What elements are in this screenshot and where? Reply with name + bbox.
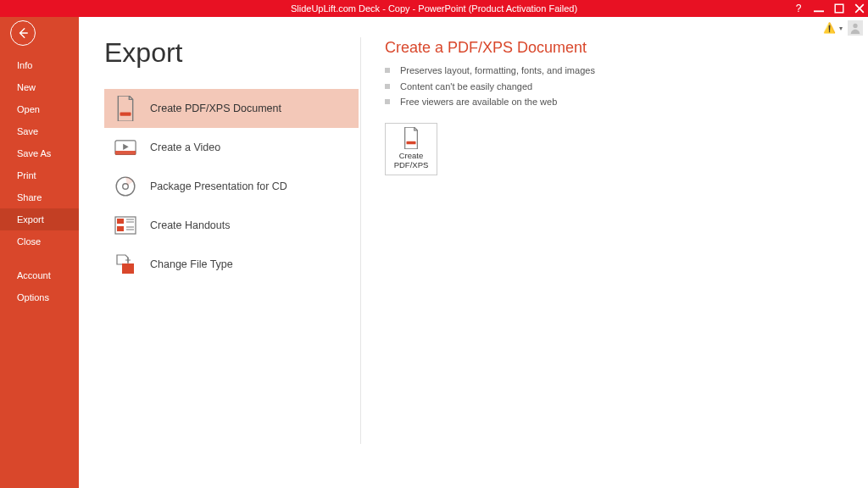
svg-rect-5 — [120, 112, 131, 115]
button-label-line2: PDF/XPS — [394, 161, 429, 170]
window-title: SlideUpLift.com Deck - Copy - PowerPoint… — [291, 3, 577, 14]
detail-bullet: Free viewers are available on the web — [385, 95, 868, 109]
nav-label: Save As — [17, 148, 51, 158]
export-create-video[interactable]: Create a Video — [104, 128, 359, 167]
nav-label: Close — [17, 236, 41, 247]
detail-bullet: Preserves layout, formatting, fonts, and… — [385, 64, 868, 78]
svg-rect-7 — [115, 151, 136, 155]
export-option-label: Change File Type — [150, 258, 233, 270]
nav-new[interactable]: New — [0, 76, 79, 98]
pdf-document-icon — [402, 127, 420, 149]
video-icon — [114, 136, 136, 158]
svg-rect-18 — [122, 263, 134, 274]
nav-info[interactable]: Info — [0, 54, 79, 76]
warning-icon[interactable]: ⚠️ — [823, 22, 836, 34]
svg-rect-12 — [117, 219, 124, 224]
content-area: ⚠️ ▾ Export Create PDF/XPS Document — [79, 17, 868, 488]
detail-bullet-list: Preserves layout, formatting, fonts, and… — [385, 64, 868, 109]
pdf-document-icon — [114, 97, 136, 119]
detail-heading: Create a PDF/XPS Document — [385, 39, 868, 57]
svg-marker-8 — [123, 143, 128, 149]
detail-pane: Create a PDF/XPS Document Preserves layo… — [385, 37, 868, 444]
svg-rect-19 — [407, 141, 416, 145]
export-package-cd[interactable]: Package Presentation for CD — [104, 167, 359, 206]
svg-point-4 — [853, 24, 857, 28]
nav-label: Export — [17, 214, 44, 225]
export-create-pdf-xps[interactable]: Create PDF/XPS Document — [104, 89, 359, 128]
nav-label: Share — [17, 192, 42, 202]
nav-label: New — [17, 82, 36, 92]
export-option-label: Create a Video — [150, 141, 220, 153]
nav-account[interactable]: Account — [0, 264, 79, 286]
nav-options[interactable]: Options — [0, 286, 79, 308]
svg-rect-0 — [814, 10, 824, 12]
close-icon[interactable] — [854, 3, 865, 14]
nav-print[interactable]: Print — [0, 164, 79, 186]
nav-label: Print — [17, 170, 36, 180]
nav-export[interactable]: Export — [0, 208, 79, 230]
help-icon[interactable]: ? — [793, 3, 804, 14]
handouts-icon — [114, 214, 136, 236]
vertical-divider — [360, 37, 361, 444]
create-pdf-xps-button[interactable]: Create PDF/XPS — [385, 123, 437, 175]
back-button[interactable] — [10, 20, 36, 46]
minimize-icon[interactable] — [814, 3, 824, 14]
warning-dropdown[interactable]: ▾ — [839, 25, 843, 32]
nav-open[interactable]: Open — [0, 98, 79, 120]
cd-icon — [114, 175, 136, 197]
restore-icon[interactable] — [834, 3, 844, 14]
export-option-label: Create PDF/XPS Document — [150, 103, 281, 114]
svg-rect-1 — [835, 4, 843, 13]
nav-label: Account — [17, 270, 51, 280]
export-option-list: Create PDF/XPS Document Create a Video P… — [104, 89, 359, 284]
backstage-sidebar: Info New Open Save Save As Print Share E… — [0, 17, 79, 488]
person-icon — [849, 22, 861, 34]
export-change-file-type[interactable]: Change File Type — [104, 245, 359, 284]
change-file-type-icon — [114, 253, 136, 275]
back-arrow-icon — [17, 27, 29, 39]
export-create-handouts[interactable]: Create Handouts — [104, 206, 359, 245]
nav-share[interactable]: Share — [0, 186, 79, 208]
nav-label: Open — [17, 104, 40, 114]
nav-label: Save — [17, 126, 38, 136]
nav-label: Info — [17, 60, 32, 70]
nav-save-as[interactable]: Save As — [0, 142, 79, 164]
svg-rect-15 — [117, 226, 124, 231]
user-avatar[interactable] — [848, 20, 863, 36]
export-option-label: Package Presentation for CD — [150, 180, 287, 192]
title-bar: SlideUpLift.com Deck - Copy - PowerPoint… — [0, 0, 868, 17]
detail-bullet: Content can't be easily changed — [385, 80, 868, 94]
export-option-label: Create Handouts — [150, 219, 231, 231]
nav-save[interactable]: Save — [0, 120, 79, 142]
nav-label: Options — [17, 292, 49, 302]
window-controls: ? — [793, 0, 865, 17]
page-title: Export — [104, 37, 359, 69]
nav-close[interactable]: Close — [0, 230, 79, 252]
